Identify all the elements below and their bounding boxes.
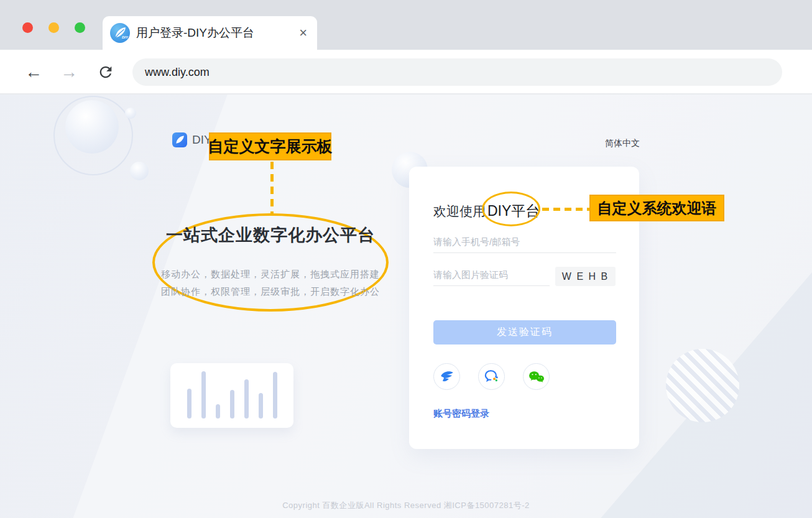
language-selector[interactable]: 简体中文 <box>605 138 640 149</box>
browser-tab[interactable]: DIY 用户登录-DIY办公平台 × <box>103 16 317 50</box>
annotation-welcome-label: 自定义系统欢迎语 <box>589 195 724 221</box>
captcha-image[interactable]: W E H B <box>555 267 616 286</box>
hero-subtitle-line1: 移动办公，数据处理，灵活扩展，拖拽式应用搭建 <box>140 269 401 280</box>
send-code-button[interactable]: 发送验证码 <box>433 320 616 345</box>
captcha-input[interactable] <box>433 264 550 286</box>
sphere-decoration <box>130 162 149 180</box>
bar-chart-illustration <box>170 363 293 428</box>
chart-bar <box>230 390 234 419</box>
social-login-row <box>433 363 550 390</box>
sphere-decoration <box>125 108 136 119</box>
address-bar[interactable]: www.diy.com <box>132 58 782 86</box>
close-window-button[interactable] <box>22 22 33 33</box>
wechat-icon <box>528 369 545 384</box>
striped-circle-decoration <box>666 349 739 422</box>
chart-bar <box>259 393 263 419</box>
password-login-link[interactable]: 账号密码登录 <box>433 408 489 420</box>
tab-title: 用户登录-DIY办公平台 <box>136 25 298 41</box>
phone-email-input[interactable] <box>433 231 616 253</box>
annotation-dashed-line <box>542 208 589 211</box>
wechat-work-icon <box>484 369 500 385</box>
hero-title: 一站式企业数字化办公平台 <box>152 224 389 246</box>
site-logo-icon <box>172 132 187 147</box>
dingtalk-login-button[interactable] <box>433 363 460 390</box>
chart-bar <box>216 404 220 419</box>
back-button[interactable]: ← <box>25 61 42 83</box>
reload-button[interactable] <box>97 63 114 83</box>
annotation-welcome-ellipse <box>482 192 540 226</box>
dingtalk-icon <box>440 369 454 384</box>
login-page: DIY办公平台 简体中文 自定义文字展示板 自定义系统欢迎语 一站式企业数字化办… <box>0 95 812 518</box>
annotation-dashed-line <box>270 162 274 214</box>
chart-bar <box>201 371 206 419</box>
wechat-work-login-button[interactable] <box>478 363 505 390</box>
tab-favicon-icon: DIY <box>110 23 130 43</box>
hero-subtitle-line2: 团队协作，权限管理，层级审批，开启数字化办公 <box>140 286 401 298</box>
welcome-prefix: 欢迎使用 <box>433 203 486 220</box>
chart-bar <box>187 389 191 419</box>
chart-bar <box>273 372 277 419</box>
annotation-text-board-label: 自定义文字展示板 <box>209 132 331 160</box>
wechat-login-button[interactable] <box>523 363 550 390</box>
sphere-decoration <box>65 100 119 154</box>
tab-close-icon[interactable]: × <box>298 26 308 40</box>
browser-titlebar: DIY 用户登录-DIY办公平台 × <box>0 0 812 50</box>
copyright-footer: Copyright 百数企业版All Rights Reserved 湘ICP备… <box>0 500 812 511</box>
browser-toolbar: ← → www.diy.com <box>0 50 812 95</box>
forward-button[interactable]: → <box>60 61 78 83</box>
window-controls <box>22 22 85 33</box>
minimize-window-button[interactable] <box>48 22 59 33</box>
chart-bar <box>244 379 249 419</box>
maximize-window-button[interactable] <box>75 22 85 33</box>
